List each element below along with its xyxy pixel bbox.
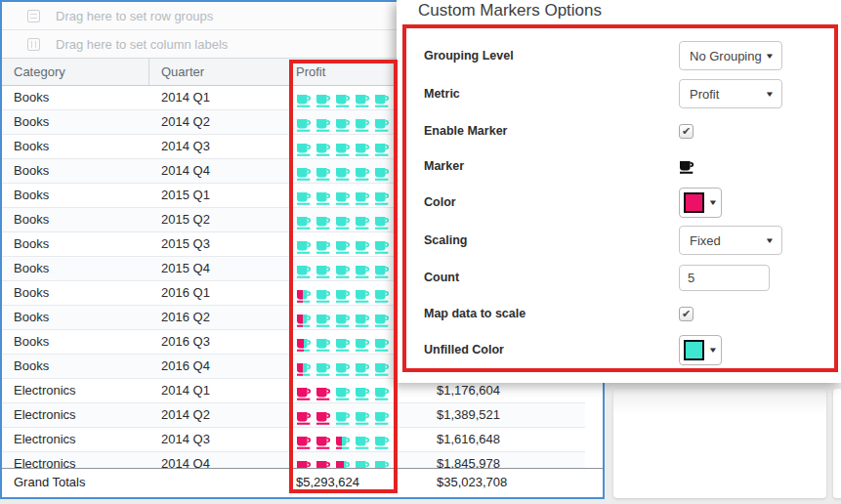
cup-marker-icon	[374, 386, 391, 400]
cup-marker-icon	[335, 93, 352, 107]
cell-quarter: 2015 Q1	[149, 184, 284, 207]
table-row[interactable]: Electronics2014 Q3$1,616,648	[2, 428, 585, 452]
cup-marker-icon	[296, 264, 313, 278]
cell-profit-markers	[284, 452, 425, 468]
cup-marker-icon	[374, 239, 391, 254]
cup-marker-icon	[315, 190, 332, 205]
map-data-to-scale-checkbox[interactable]: ✔	[679, 307, 694, 321]
cup-marker-icon	[374, 264, 391, 278]
cell-category: Books	[2, 306, 149, 329]
grouping-level-select[interactable]: No Grouping▼	[679, 41, 782, 70]
cell-quarter: 2016 Q2	[149, 306, 284, 329]
custom-markers-dialog: Custom Markers Options Grouping LevelNo …	[397, 0, 841, 383]
cup-marker-icon	[374, 93, 391, 107]
count-input[interactable]: 5	[679, 265, 770, 291]
cup-marker-icon	[296, 166, 313, 181]
cup-marker-icon	[315, 410, 332, 425]
cell-category: Books	[2, 184, 149, 207]
cup-marker-icon	[296, 190, 313, 205]
column-header-quarter[interactable]: Quarter	[149, 59, 284, 85]
cup-marker-icon	[296, 337, 313, 352]
color-swatch	[684, 192, 704, 213]
cup-marker-icon	[374, 337, 391, 352]
metric-select[interactable]: Profit▼	[679, 79, 782, 108]
cup-marker-icon	[355, 93, 371, 107]
enable-marker-label: Enable Marker	[424, 124, 507, 138]
metric-label: Metric	[424, 87, 460, 101]
cup-marker-icon	[335, 166, 352, 181]
cup-marker-icon	[315, 313, 332, 327]
field-map-data-to-scale: Map data to scale✔	[397, 297, 841, 330]
marker-label: Marker	[424, 159, 464, 173]
cup-marker-icon	[335, 142, 352, 156]
grand-totals-value: $35,023,708	[425, 469, 603, 497]
cup-marker-icon	[355, 190, 371, 205]
field-color: Color▼	[397, 186, 841, 219]
cell-category: Books	[2, 110, 149, 134]
cup-marker-icon	[296, 93, 313, 107]
cell-value: $1,616,648	[425, 428, 585, 451]
color-label: Color	[424, 195, 456, 209]
cup-marker-icon	[355, 117, 371, 132]
cup-marker-icon	[355, 142, 371, 156]
cell-category: Books	[2, 257, 149, 280]
scaling-label: Scaling	[424, 233, 467, 247]
map-data-to-scale-label: Map data to scale	[424, 307, 526, 320]
grouping-level-value: No Grouping	[690, 49, 766, 63]
cup-marker-icon	[355, 337, 371, 352]
metric-value: Profit	[690, 87, 766, 102]
cup-marker-icon	[355, 313, 371, 327]
side-panel	[613, 389, 826, 498]
unfilled-color-picker[interactable]: ▼	[679, 335, 722, 365]
unfilled-color-swatch	[684, 340, 704, 360]
enable-marker-checkbox[interactable]: ✔	[679, 124, 694, 139]
cup-marker-icon	[355, 435, 371, 449]
cell-quarter: 2016 Q4	[149, 355, 284, 378]
cup-marker-icon	[315, 264, 332, 278]
cup-marker-icon	[355, 361, 371, 376]
cup-marker-icon	[315, 166, 332, 181]
cup-marker-icon	[315, 337, 332, 352]
cup-marker-icon	[374, 313, 391, 327]
cell-category: Books	[2, 281, 149, 305]
cup-marker-icon	[355, 215, 371, 230]
cup-marker-icon	[335, 288, 352, 303]
column-header-category[interactable]: Category	[2, 59, 149, 85]
grouping-level-label: Grouping Level	[424, 49, 514, 63]
cell-quarter: 2016 Q1	[149, 281, 284, 305]
cell-category: Books	[2, 232, 149, 256]
cup-marker-icon	[335, 313, 352, 327]
cell-category: Electronics	[2, 379, 149, 402]
cell-quarter: 2014 Q3	[149, 428, 284, 451]
column-labels-dropzone-label: Drag here to set column labels	[56, 37, 228, 52]
cup-marker-icon	[679, 159, 695, 174]
scaling-select[interactable]: Fixed▼	[679, 226, 782, 255]
cell-quarter: 2014 Q2	[149, 403, 284, 427]
row-groups-dropzone-label: Drag here to set row groups	[56, 9, 213, 23]
cup-marker-icon	[296, 313, 313, 327]
cup-marker-icon	[335, 215, 352, 230]
cell-category: Books	[2, 86, 149, 109]
color-picker[interactable]: ▼	[679, 188, 722, 218]
table-row[interactable]: Electronics2014 Q4$1,845,978	[2, 452, 585, 468]
cup-marker-icon	[374, 435, 391, 449]
cell-quarter: 2015 Q3	[149, 232, 284, 256]
side-strip	[833, 389, 841, 498]
cup-marker-icon	[296, 459, 313, 469]
field-unfilled-color: Unfilled Color▼	[397, 333, 841, 366]
cup-marker-icon	[315, 117, 332, 132]
table-row[interactable]: Electronics2014 Q2$1,389,521	[2, 403, 585, 428]
cup-marker-icon	[296, 386, 313, 400]
cup-marker-icon	[374, 142, 391, 156]
cell-quarter: 2015 Q4	[149, 257, 284, 280]
cup-marker-icon	[315, 142, 332, 156]
cup-marker-icon	[355, 410, 371, 425]
grand-totals-label: Grand Totals	[2, 469, 149, 497]
cup-marker-icon	[315, 361, 332, 376]
cell-category: Books	[2, 355, 149, 378]
cell-profit-markers	[284, 403, 425, 427]
cell-quarter: 2014 Q3	[149, 135, 284, 158]
cup-marker-icon	[315, 435, 332, 449]
cell-value: $1,845,978	[425, 452, 585, 468]
field-grouping-level: Grouping LevelNo Grouping▼	[397, 39, 841, 72]
